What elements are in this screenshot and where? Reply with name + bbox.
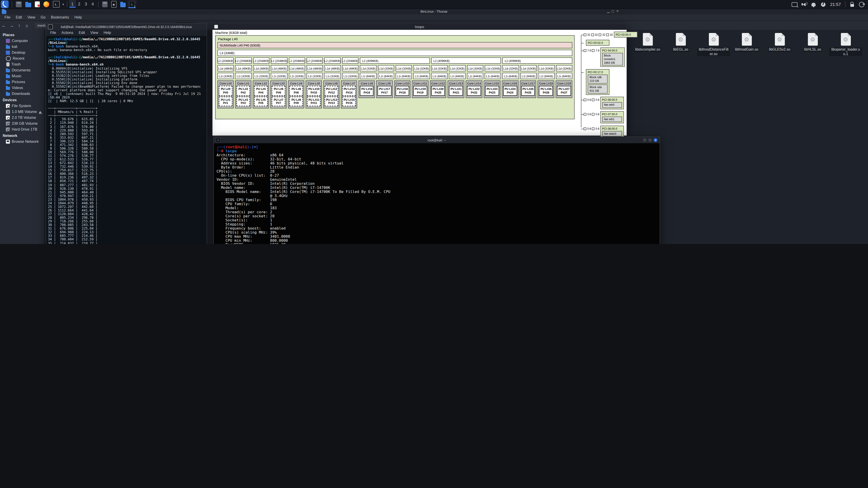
- thunar-menu-go[interactable]: Go: [38, 15, 48, 20]
- clock[interactable]: 21:57: [830, 2, 841, 7]
- file-item-label: libdxcompiler.so: [634, 47, 661, 52]
- core-box-core-l-12: Core L#12PU L#20P#20: [430, 80, 446, 98]
- up-icon[interactable]: ↑: [16, 23, 23, 28]
- back-icon[interactable]: ←: [0, 23, 8, 28]
- shared-library-file-icon: ⚙: [676, 33, 686, 46]
- minimize-button[interactable]: [643, 138, 647, 142]
- thunar-menu-view[interactable]: View: [25, 15, 38, 20]
- l1d-cache-box: L1d (48KB): [253, 65, 270, 71]
- file-item-libhlsl-so[interactable]: ⚙libHLSL.so: [796, 33, 829, 56]
- close-button[interactable]: ✕: [654, 138, 657, 142]
- terminal-text-segment: /media/…/7A120BB0120B7105/GAMES/BeamNG.D…: [81, 56, 200, 59]
- lock-screen-icon[interactable]: [849, 1, 855, 7]
- file-item-libegl-so[interactable]: ⚙libEGL.so: [664, 33, 697, 56]
- core-label: Core L#11: [413, 82, 427, 85]
- file-item-libfmodgain-so[interactable]: ⚙libfmodGain.so: [730, 33, 763, 56]
- thunar-menu-file[interactable]: File: [2, 15, 13, 20]
- sidebar-item-hard-drive-1tb[interactable]: Hard Drive 1TB: [0, 127, 44, 132]
- terminal-text-segment: banana-bench.x64.sh: [64, 63, 103, 67]
- text-editor-launcher-icon[interactable]: [35, 1, 40, 7]
- sidebar-item-desktop[interactable]: Desktop: [0, 50, 44, 56]
- qterminal-menu-help[interactable]: Help: [101, 31, 114, 35]
- qterminal-titlebar[interactable]: ▸ kali@kali: /media/kali/7A120BB0120B710…: [46, 24, 207, 30]
- file-item-libopenxr-loader-so-1[interactable]: ⚙libopenxr_loader.so.1: [829, 33, 862, 56]
- package-box: Package L#0 NUMANode L#0 P#0 (63GB) L3 (…: [215, 35, 575, 119]
- taskbar-window-lstopo[interactable]: ▣: [109, 0, 118, 8]
- qterminal-menu-view[interactable]: View: [88, 31, 101, 35]
- sidebar-item-kali[interactable]: kali: [0, 44, 44, 50]
- sidebar-item-238-gb-volume[interactable]: 238 GB Volume: [0, 121, 44, 127]
- pu-box: PU L#20P#20: [431, 86, 445, 96]
- sidebar-item-trash[interactable]: Trash: [0, 61, 44, 67]
- terminal-line: 22 | 978.947 | 459.21 |: [48, 194, 205, 198]
- l2-cache-box: L2 (2048KB): [271, 57, 287, 64]
- terminal-text-segment: └─: [48, 63, 52, 67]
- taskbar-window-terminals[interactable]: $ 2: [127, 0, 136, 8]
- workspace-button-2[interactable]: 2: [76, 0, 83, 8]
- thunar-titlebar[interactable]: BinLinux - Thunar ▁ ▢ ✕: [0, 8, 868, 14]
- sidebar-item-label: Videos: [12, 86, 23, 90]
- sidebar-item-computer[interactable]: Computer: [0, 38, 44, 44]
- sidebar-item-2-0-tb-volume[interactable]: 2.0 TB Volume: [0, 115, 44, 121]
- chevron-down-icon[interactable]: ▾: [62, 2, 64, 6]
- firefox-launcher-icon[interactable]: [43, 1, 49, 7]
- sidebar-item-videos[interactable]: Videos: [0, 85, 44, 91]
- workspace-button-3[interactable]: 3: [83, 0, 89, 8]
- file-manager-launcher-icon[interactable]: [25, 2, 31, 7]
- thunar-menu-help[interactable]: Help: [72, 15, 85, 20]
- terminal-line: 23 | 1004.978 | 450.93 |: [48, 198, 205, 201]
- bridge-hop-icon: [592, 127, 595, 130]
- terminal-line: 29 | 718.266 | 255.60 |: [48, 220, 205, 223]
- sidebar-item-downloads[interactable]: Downloads: [0, 91, 44, 97]
- terminal-launcher-icon[interactable]: $_: [53, 1, 60, 8]
- maximize-button[interactable]: [648, 138, 652, 142]
- sidebar-item-file-system[interactable]: File System: [0, 103, 44, 109]
- display-settings-icon[interactable]: [792, 1, 798, 7]
- root-terminal-output[interactable]: ┌──(root㉿kali)-[~]└─# lscpuArchitecture:…: [214, 143, 659, 244]
- sidebar-item-documents[interactable]: Documents: [0, 67, 44, 73]
- l1d-cache-box: L1d (48KB): [342, 65, 359, 71]
- terminal-text-segment: ┌──(: [217, 145, 225, 149]
- kali-menu-button[interactable]: [1, 0, 8, 8]
- sidebar-item-pictures[interactable]: Pictures: [0, 79, 44, 85]
- link-speed: 7.9: [596, 49, 599, 52]
- notifications-bell-icon[interactable]: [811, 1, 816, 7]
- core-label: Core L#14: [467, 82, 481, 85]
- sidebar-item-music[interactable]: Music: [0, 73, 44, 79]
- show-desktop-icon[interactable]: [16, 1, 22, 7]
- thunar-menu-bookmarks[interactable]: Bookmarks: [48, 15, 72, 20]
- workspace-button-1[interactable]: 1: [69, 0, 76, 8]
- file-item-libglesv2-so[interactable]: ⚙libGLESv2.so: [763, 33, 796, 56]
- forward-icon[interactable]: →: [8, 23, 16, 28]
- maximize-button[interactable]: ▢: [612, 9, 614, 13]
- logout-icon[interactable]: [859, 1, 864, 7]
- volume-icon[interactable]: [801, 1, 807, 7]
- lstopo-titlebar[interactable]: lstopo: [213, 24, 627, 30]
- power-manager-icon[interactable]: [820, 1, 826, 7]
- eject-icon[interactable]: [39, 111, 41, 113]
- qterminal-menu-actions[interactable]: Actions: [59, 31, 76, 35]
- workspace-button-4[interactable]: 4: [89, 0, 96, 8]
- taskbar-window-thunar[interactable]: [100, 0, 109, 8]
- thunar-menu-edit[interactable]: Edit: [13, 15, 25, 20]
- shared-library-file-icon: ⚙: [709, 33, 719, 46]
- qterminal-menu-file[interactable]: File: [48, 31, 59, 35]
- terminal-text-segment: ┌──(: [48, 37, 56, 41]
- qterminal-output[interactable]: ┌──(kali㉿kali)-[/media/…/7A120BB0120B710…: [46, 36, 207, 244]
- minimize-button[interactable]: ▁: [607, 9, 610, 13]
- l1i-cache-box: L1i (32KB): [342, 73, 359, 79]
- l3-cache-box: L3 (33MB): [217, 50, 572, 56]
- sidebar-item-recent[interactable]: Recent: [0, 56, 44, 61]
- sidebar-item-browse-network[interactable]: Browse Network: [0, 139, 44, 144]
- file-item-libfmoddistancefilter-so[interactable]: ⚙libfmodDistanceFilter.so: [697, 33, 730, 56]
- home-icon[interactable]: ⌂: [23, 23, 31, 28]
- close-button[interactable]: ✕: [616, 9, 619, 13]
- sidebar-item-label: 238 GB Volume: [12, 122, 38, 126]
- qterminal-menu-edit[interactable]: Edit: [76, 31, 88, 35]
- sidebar-item-1-0-mb-volume[interactable]: 1.0 MB Volume: [0, 109, 44, 115]
- l1i-cache-box: L1i (32KB): [217, 73, 234, 79]
- folder-icon: [120, 2, 125, 7]
- sidebar-item-label: Documents: [12, 68, 31, 72]
- root-terminal-titlebar[interactable]: $ root@kali: ~ ✕: [214, 137, 659, 143]
- taskbar-window-filemanager[interactable]: [118, 0, 127, 8]
